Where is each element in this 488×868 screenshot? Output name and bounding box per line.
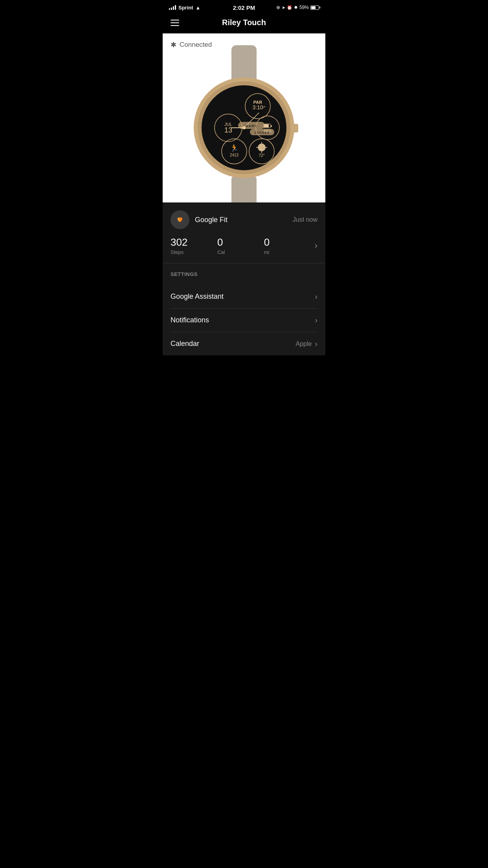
google-fit-left: Google Fit xyxy=(171,210,227,229)
steps-label: Steps xyxy=(171,249,217,255)
battery-icon xyxy=(310,6,319,10)
status-time: 2:02 PM xyxy=(233,4,255,11)
settings-item-left-calendar: Calendar xyxy=(171,340,199,348)
signal-bar-4 xyxy=(175,5,176,10)
google-fit-timestamp: Just now xyxy=(293,216,317,223)
watch-svg: PAR 3:10 P JUL 13 MARC JACOBS 88% 🏃 xyxy=(189,45,299,202)
svg-text:3:10: 3:10 xyxy=(252,104,263,110)
cal-label: Cal xyxy=(217,249,264,255)
alarm-icon: ⏰ xyxy=(287,5,292,10)
settings-item-right-assistant: › xyxy=(315,292,317,301)
hamburger-line-3 xyxy=(171,25,179,26)
settings-item-notifications[interactable]: Notifications › xyxy=(171,309,317,332)
notifications-chevron-icon: › xyxy=(315,316,317,325)
watch-image: PAR 3:10 P JUL 13 MARC JACOBS 88% 🏃 xyxy=(163,37,325,202)
settings-item-right-notifications: › xyxy=(315,316,317,325)
steps-stat: 302 Steps xyxy=(171,236,217,255)
calendar-subtitle: Apple xyxy=(295,340,312,348)
settings-item-google-assistant[interactable]: Google Assistant › xyxy=(171,285,317,308)
cal-stat: 0 Cal xyxy=(217,236,264,255)
battery-percentage: 59% xyxy=(299,5,309,10)
svg-text:🏃: 🏃 xyxy=(230,144,239,153)
svg-point-34 xyxy=(242,126,246,129)
signal-bar-3 xyxy=(173,6,174,10)
fitness-stats: 302 Steps 0 Cal 0 mi › xyxy=(171,236,317,255)
svg-text:2413: 2413 xyxy=(230,153,239,157)
notifications-label: Notifications xyxy=(171,316,209,324)
signal-bars-icon xyxy=(169,5,176,10)
google-fit-name: Google Fit xyxy=(195,216,227,224)
svg-text:P: P xyxy=(263,105,265,109)
hamburger-line-1 xyxy=(171,20,179,20)
hamburger-line-2 xyxy=(171,22,179,23)
wifi-icon: ▲ xyxy=(196,5,201,11)
svg-rect-20 xyxy=(264,124,269,127)
google-fit-header: Google Fit Just now xyxy=(171,210,317,229)
google-fit-icon xyxy=(171,210,189,229)
navigation-icon: ➤ xyxy=(282,5,285,10)
svg-point-26 xyxy=(258,143,266,151)
google-assistant-label: Google Assistant xyxy=(171,292,224,301)
dark-section: Google Fit Just now 302 Steps 0 Cal 0 mi… xyxy=(163,202,325,355)
svg-rect-5 xyxy=(292,124,298,132)
signal-bar-1 xyxy=(169,8,170,10)
settings-item-left-notifications: Notifications xyxy=(171,316,209,324)
svg-text:88%: 88% xyxy=(264,129,272,133)
settings-item-left-assistant: Google Assistant xyxy=(171,292,224,301)
mi-label: mi xyxy=(264,249,311,255)
calendar-chevron-icon: › xyxy=(315,339,317,348)
mi-stat: 0 mi xyxy=(264,236,311,255)
page-title: Riley Touch xyxy=(222,18,266,27)
assistant-chevron-icon: › xyxy=(315,292,317,301)
status-right: ⊕ ➤ ⏰ ✸ 59% xyxy=(276,5,319,10)
carrier-name: Sprint xyxy=(178,5,193,11)
fitness-chevron-icon[interactable]: › xyxy=(311,241,317,251)
settings-section: SETTINGS xyxy=(163,263,325,285)
mi-value: 0 xyxy=(264,236,311,248)
signal-bar-2 xyxy=(171,7,172,10)
calendar-label: Calendar xyxy=(171,340,199,348)
location-icon: ⊕ xyxy=(276,5,280,10)
settings-item-right-calendar: Apple › xyxy=(295,339,317,348)
bluetooth-status-icon: ✸ xyxy=(294,5,298,10)
settings-item-calendar[interactable]: Calendar Apple › xyxy=(171,332,317,355)
hamburger-menu-button[interactable] xyxy=(171,20,179,26)
watch-section: ✱ Connected PAR 3:10 P JUL xyxy=(163,33,325,202)
steps-value: 302 xyxy=(171,236,217,248)
settings-list: Google Assistant › Notifications › Calen… xyxy=(163,285,325,355)
settings-section-label: SETTINGS xyxy=(171,271,317,277)
cal-value: 0 xyxy=(217,236,264,248)
svg-rect-19 xyxy=(271,125,272,127)
top-nav: Riley Touch xyxy=(163,14,325,33)
svg-text:72°: 72° xyxy=(259,153,264,158)
status-bar: Sprint ▲ 2:02 PM ⊕ ➤ ⏰ ✸ 59% xyxy=(163,0,325,14)
google-fit-card[interactable]: Google Fit Just now 302 Steps 0 Cal 0 mi… xyxy=(163,202,325,263)
svg-text:13: 13 xyxy=(224,126,232,134)
status-left: Sprint ▲ xyxy=(169,5,200,11)
svg-rect-1 xyxy=(231,175,257,202)
